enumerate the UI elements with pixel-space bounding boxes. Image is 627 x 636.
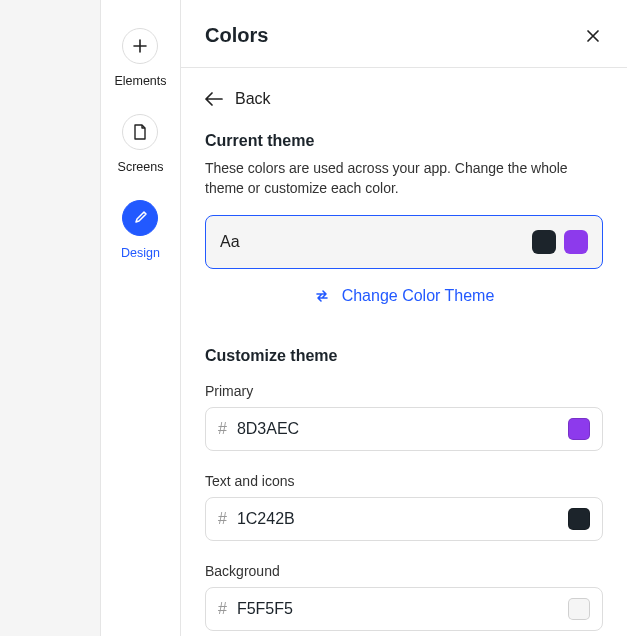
- color-value-input[interactable]: [237, 510, 558, 528]
- close-button[interactable]: [583, 26, 603, 46]
- sidebar-rail: Elements Screens Design: [100, 0, 180, 636]
- sidebar-item-label: Design: [121, 246, 160, 260]
- color-field-background: Background #: [205, 563, 603, 631]
- back-button[interactable]: Back: [205, 90, 603, 108]
- sidebar-item-screens[interactable]: Screens: [118, 114, 164, 174]
- color-input-background[interactable]: #: [205, 587, 603, 631]
- field-label: Primary: [205, 383, 603, 399]
- color-value-input[interactable]: [237, 600, 558, 618]
- back-label: Back: [235, 90, 271, 108]
- panel-header: Colors: [181, 0, 627, 68]
- panel-title: Colors: [205, 24, 268, 47]
- design-panel: Colors Back Current theme These colors a…: [180, 0, 627, 636]
- sidebar-item-elements[interactable]: Elements: [114, 28, 166, 88]
- arrow-left-icon: [205, 92, 223, 106]
- outer-margin: [0, 0, 100, 636]
- hash-prefix: #: [218, 510, 227, 528]
- hash-prefix: #: [218, 420, 227, 438]
- change-theme-label: Change Color Theme: [342, 287, 495, 305]
- swap-icon: [314, 288, 330, 304]
- color-input-text-icons[interactable]: #: [205, 497, 603, 541]
- color-field-text-icons: Text and icons #: [205, 473, 603, 541]
- sidebar-item-label: Elements: [114, 74, 166, 88]
- customize-theme-heading: Customize theme: [205, 347, 603, 365]
- color-value-input[interactable]: [237, 420, 558, 438]
- sidebar-item-design[interactable]: Design: [121, 200, 160, 260]
- swatch-text-color: [532, 230, 556, 254]
- theme-sample-text: Aa: [220, 233, 240, 251]
- sidebar-item-label: Screens: [118, 160, 164, 174]
- panel-body: Back Current theme These colors are used…: [181, 68, 627, 631]
- brush-icon: [122, 200, 158, 236]
- color-input-primary[interactable]: #: [205, 407, 603, 451]
- current-theme-description: These colors are used across your app. C…: [205, 158, 603, 199]
- page-icon: [122, 114, 158, 150]
- field-label: Text and icons: [205, 473, 603, 489]
- color-chip[interactable]: [568, 598, 590, 620]
- theme-preview-card[interactable]: Aa: [205, 215, 603, 269]
- theme-swatches: [532, 230, 588, 254]
- color-chip[interactable]: [568, 418, 590, 440]
- field-label: Background: [205, 563, 603, 579]
- color-chip[interactable]: [568, 508, 590, 530]
- swatch-primary-color: [564, 230, 588, 254]
- color-field-primary: Primary #: [205, 383, 603, 451]
- change-color-theme-button[interactable]: Change Color Theme: [205, 287, 603, 305]
- hash-prefix: #: [218, 600, 227, 618]
- plus-icon: [122, 28, 158, 64]
- close-icon: [585, 28, 601, 44]
- current-theme-heading: Current theme: [205, 132, 603, 150]
